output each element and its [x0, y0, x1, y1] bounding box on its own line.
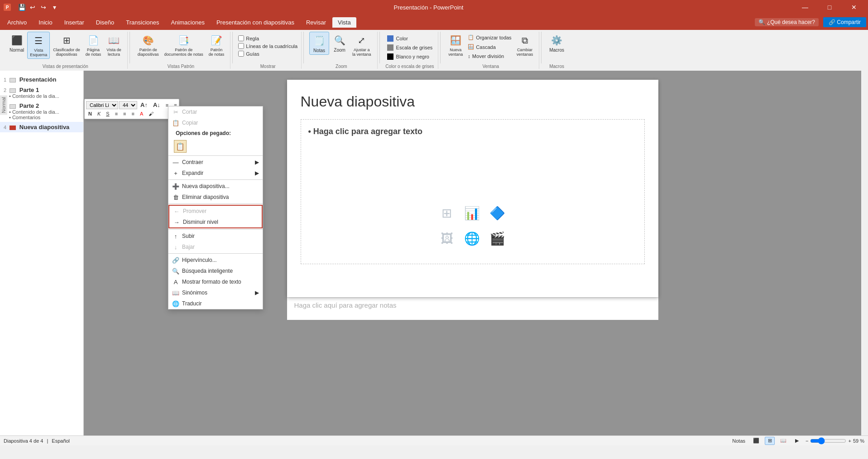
ctx-hipervinculo[interactable]: 🔗 Hipervínculo...: [168, 255, 263, 266]
ribbon-group-color: Color Escala de grises Blanco y negro Co…: [382, 32, 439, 69]
checkbox-guias[interactable]: Guías: [238, 51, 297, 57]
customize-qat-button[interactable]: ▾: [50, 3, 59, 12]
fit-window-icon: ⤢: [355, 33, 369, 48]
menu-diseno[interactable]: Diseño: [91, 17, 120, 28]
language-indicator: Español: [52, 438, 70, 444]
outline-item-4[interactable]: 4 Nueva diapositiva: [0, 122, 83, 132]
notes-btn[interactable]: Notas: [730, 437, 748, 445]
ctx-bajar: ↓ Bajar: [168, 242, 263, 252]
outline-item-2[interactable]: 2 Parte 1 • Contenido de la dia...: [0, 85, 83, 101]
ribbon-btn-cambiar-ventanas[interactable]: ⧉ Cambiarventanas: [514, 32, 536, 58]
checkbox-cuadricula[interactable]: Líneas de la cuadrícula: [238, 43, 297, 49]
search-box[interactable]: 🔍 ¿Qué desea hacer?: [755, 18, 819, 26]
ribbon-btn-clasificador[interactable]: ⊞ Clasificador dediapositivas: [51, 32, 82, 58]
zoom-value: 59 %: [853, 438, 864, 444]
menu-presentacion[interactable]: Presentación con diapositivas: [211, 17, 300, 28]
view-btn-normal[interactable]: ⬛: [751, 437, 761, 445]
paste-icon-1[interactable]: 📋: [174, 140, 187, 153]
ribbon-btn-escala[interactable]: Escala de grises: [385, 43, 435, 52]
regla-label: Regla: [246, 36, 259, 41]
ribbon-btn-notas[interactable]: 🗒️ Notas: [309, 32, 329, 55]
ctx-expandir[interactable]: + Expandir ▶: [168, 168, 263, 179]
zoom-plus[interactable]: +: [848, 438, 851, 444]
redo-button[interactable]: ↪: [39, 3, 48, 12]
context-menu[interactable]: ✂ Cortar 📋 Copiar Opciones de pegado: 📋 …: [168, 106, 263, 309]
outline-view-icon: ☰: [31, 34, 46, 48]
menu-animaciones[interactable]: Animaciones: [165, 17, 210, 28]
ribbon-btn-nueva-ventana[interactable]: 🪟 Nuevaventana: [446, 32, 465, 58]
slide-master-icon: 🎨: [141, 33, 155, 48]
picture-icon[interactable]: 🖼: [436, 227, 458, 249]
ribbon-btn-cascada[interactable]: 🪟 Cascada: [466, 43, 513, 51]
menu-revisar[interactable]: Revisar: [301, 17, 331, 28]
share-button[interactable]: 🔗 Compartir: [823, 17, 866, 27]
smartart-icon[interactable]: 🔷: [487, 202, 508, 224]
save-button[interactable]: 💾: [17, 3, 26, 12]
slide-title: Nueva diapositiva: [301, 93, 645, 110]
view-btn-reading[interactable]: 📖: [778, 437, 788, 445]
regla-checkbox[interactable]: [238, 35, 244, 41]
ribbon-btn-pagina-notas[interactable]: 📄 Páginade notas: [83, 32, 104, 58]
ribbon-btn-normal[interactable]: ⬛ Normal: [7, 32, 26, 54]
ribbon-btn-patron-diapositivas[interactable]: 🎨 Patrón dediapositivas: [135, 32, 161, 58]
notes-area[interactable]: Haga clic aquí para agregar notas: [287, 297, 658, 320]
ctx-mostrar-formato[interactable]: A Mostrar formato de texto: [168, 276, 263, 287]
online-picture-icon[interactable]: 🌐: [461, 227, 483, 249]
menu-transiciones[interactable]: Transiciones: [120, 17, 164, 28]
view-btn-sorter[interactable]: ⊞: [765, 437, 775, 445]
blanco-negro-label: Blanco y negro: [396, 54, 429, 59]
video-icon[interactable]: 🎬: [487, 227, 508, 249]
ribbon-btn-ajustar[interactable]: ⤢ Ajustar ala ventana: [350, 32, 374, 58]
ribbon-btn-macros[interactable]: ⚙️ Macros: [547, 32, 566, 54]
chart-icon[interactable]: 📊: [461, 202, 483, 224]
minimize-button[interactable]: —: [795, 0, 815, 14]
checkbox-regla[interactable]: Regla: [238, 35, 297, 41]
menu-vista[interactable]: Vista: [332, 17, 356, 28]
ribbon-btn-patron-notas[interactable]: 📝 Patrónde notas: [206, 32, 227, 58]
title-bar: P 💾 ↩ ↪ ▾ Presentación - PowerPoint — □ …: [0, 0, 868, 14]
notes-placeholder: Haga clic aquí: [294, 301, 339, 309]
table-icon[interactable]: ⊞: [436, 202, 458, 224]
ribbon-btn-vista-esquema[interactable]: ☰ VistaEsquema: [27, 32, 50, 59]
zoom-range[interactable]: [810, 437, 846, 445]
maximize-button[interactable]: □: [819, 0, 840, 14]
ctx-busqueda[interactable]: 🔍 Búsqueda inteligente: [168, 266, 263, 276]
zoom-minus[interactable]: −: [806, 438, 808, 444]
close-button[interactable]: ✕: [844, 0, 864, 14]
menu-inicio[interactable]: Inicio: [33, 17, 58, 28]
slide-canvas[interactable]: Nueva diapositiva • Haga clic para agreg…: [287, 80, 658, 297]
hipervinculo-icon: 🔗: [172, 257, 179, 264]
bajar-icon: ↓: [172, 244, 179, 251]
slide-num-1: 1: [4, 77, 6, 82]
ribbon-btn-patron-documentos[interactable]: 📑 Patrón dedocumentos de notas: [162, 32, 206, 58]
ctx-subir[interactable]: ↑ Subir: [168, 231, 263, 242]
ribbon-btn-vista-lectura[interactable]: 📖 Vista delectura: [104, 32, 123, 58]
guias-checkbox[interactable]: [238, 51, 244, 57]
ctx-traducir[interactable]: 🌐 Traducir: [168, 298, 263, 309]
ribbon-btn-organizar[interactable]: 📋 Organizar todas: [466, 34, 513, 41]
undo-button[interactable]: ↩: [28, 3, 37, 12]
ribbon-patron-doc-label: Patrón dedocumentos de notas: [164, 48, 203, 57]
ribbon-btn-mover[interactable]: ↕ Mover división: [466, 53, 513, 60]
menu-archivo[interactable]: Archivo: [2, 17, 32, 28]
view-btn-slideshow[interactable]: ▶: [792, 437, 802, 445]
ribbon-btn-blanco-negro[interactable]: Blanco y negro: [385, 53, 435, 61]
slide-content-area[interactable]: • Haga clic para agregar texto ⊞ 📊 🔷 🖼 🌐…: [301, 119, 645, 264]
ctx-sinonimos[interactable]: 📖 Sinónimos ▶: [168, 287, 263, 298]
cuadricula-checkbox[interactable]: [238, 43, 244, 49]
ctx-contraer[interactable]: — Contraer ▶: [168, 157, 263, 168]
ribbon-btn-color[interactable]: Color: [385, 34, 435, 43]
copy-icon: 📋: [172, 120, 179, 126]
ribbon-group-ventana: 🪟 Nuevaventana 📋 Organizar todas 🪟 Casca…: [442, 32, 539, 69]
ctx-eliminar-diap[interactable]: 🗑 Eliminar diapositiva: [168, 192, 263, 203]
ribbon-btn-zoom[interactable]: 🔍 Zoom: [330, 32, 349, 54]
nueva-diap-icon: ➕: [172, 183, 179, 190]
ribbon-label-patron: Vistas Patrón: [168, 62, 194, 69]
menu-insertar[interactable]: Insertar: [59, 17, 90, 28]
outline-panel[interactable]: Normal 1 Presentación 2 Parte 1 • Conten…: [0, 71, 84, 435]
ctx-disminuir[interactable]: → Disminuir nivel: [169, 217, 262, 227]
guias-label: Guías: [246, 51, 259, 57]
ctx-nueva-diap[interactable]: ➕ Nueva diapositiva...: [168, 181, 263, 192]
outline-item-3[interactable]: 3 Parte 2 • Contenido de la dia... • Com…: [0, 101, 83, 122]
outline-item-1[interactable]: 1 Presentación: [0, 74, 83, 85]
